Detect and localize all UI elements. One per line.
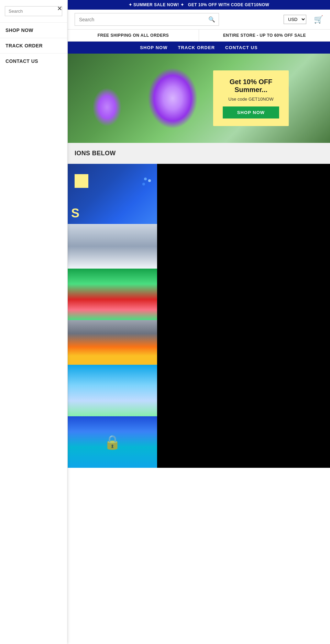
category-item-tools[interactable] <box>68 320 157 365</box>
main-content: ✦ SUMMER SALE NOW! ✦ GET 10% OFF WITH CO… <box>68 0 330 468</box>
nav-bar: SHOP NOW TRACK ORDER CONTACT US <box>68 42 330 54</box>
sidebar-search-input[interactable] <box>5 6 62 16</box>
category-item-kitchen[interactable] <box>68 224 157 269</box>
banner-star-2: ✦ <box>180 2 184 7</box>
category-thumbnails: S <box>68 164 157 468</box>
category-item-outdoor[interactable] <box>68 365 157 416</box>
header-search-input[interactable] <box>75 14 205 25</box>
sidebar-item-track-order[interactable]: TRACK ORDER <box>0 38 67 53</box>
section-heading: IONS BELOW <box>68 143 330 164</box>
hero-flower-decoration <box>68 54 330 143</box>
currency-select[interactable]: USD EUR GBP <box>284 15 306 24</box>
hero-background <box>68 54 330 143</box>
nav-link-shop-now[interactable]: SHOP NOW <box>140 45 167 50</box>
hero-section: Get 10% OFF Summer... Use code GET10NOW … <box>68 54 330 143</box>
sidebar: ✕ SHOP NOW TRACK ORDER CONTACT US <box>0 0 67 468</box>
category-item-garden[interactable] <box>68 269 157 320</box>
decorative-dots <box>144 178 147 180</box>
shipping-bar: FREE SHIPPING ON ALL ORDERS ENTIRE STORE… <box>68 29 330 42</box>
category-area: S <box>68 164 330 468</box>
promo-shop-now-button[interactable]: SHOP NOW <box>223 106 279 118</box>
cart-icon[interactable]: 🛒 <box>314 15 323 24</box>
category-item-sale[interactable]: S <box>68 164 157 224</box>
banner-sale-text: SUMMER SALE NOW! <box>133 2 179 7</box>
promo-code-text: Use code GET10NOW <box>223 97 279 102</box>
sidebar-close-button[interactable]: ✕ <box>57 5 62 12</box>
header-search-button[interactable]: 🔍 <box>205 13 219 25</box>
category-item-security[interactable] <box>68 416 157 468</box>
sidebar-item-shop-now[interactable]: SHOP NOW <box>0 22 67 38</box>
promo-box: Get 10% OFF Summer... Use code GET10NOW … <box>213 70 289 126</box>
header: 🔍 USD EUR GBP 🛒 <box>68 10 330 29</box>
shipping-bar-item-0: FREE SHIPPING ON ALL ORDERS <box>68 30 199 41</box>
content-spacer <box>157 164 330 468</box>
currency-selector[interactable]: USD EUR GBP <box>284 15 306 24</box>
nav-link-track-order[interactable]: TRACK ORDER <box>178 45 215 50</box>
nav-link-contact-us[interactable]: CONTACT US <box>225 45 258 50</box>
header-search-wrap: 🔍 <box>75 13 219 26</box>
sidebar-search-container <box>5 6 62 16</box>
banner-offer-text: GET 10% OFF WITH CODE GET10NOW <box>188 2 269 7</box>
top-banner: ✦ SUMMER SALE NOW! ✦ GET 10% OFF WITH CO… <box>68 0 330 10</box>
sidebar-item-contact-us[interactable]: CONTACT US <box>0 53 67 69</box>
promo-title: Get 10% OFF Summer... <box>223 78 279 94</box>
search-icon: 🔍 <box>208 16 215 22</box>
shipping-bar-item-1: ENTIRE STORE - UP TO 60% OFF SALE <box>199 30 330 41</box>
sale-label: S <box>71 206 79 221</box>
banner-star-1: ✦ <box>129 2 132 7</box>
